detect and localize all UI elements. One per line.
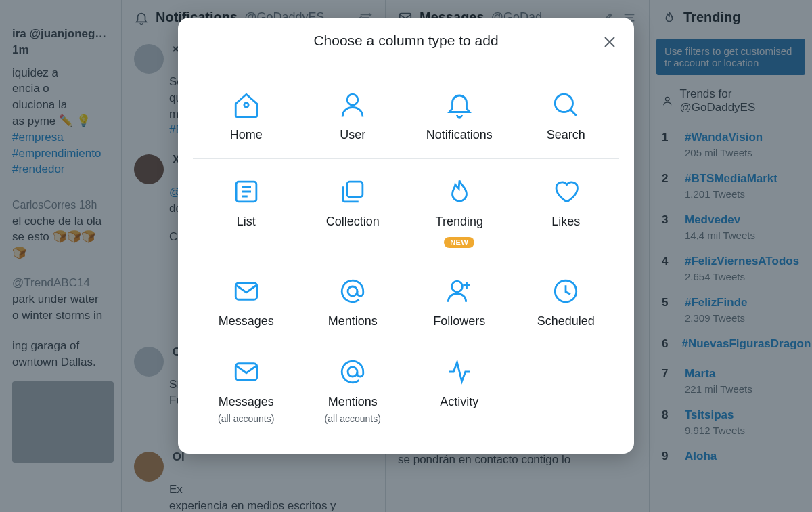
divider	[193, 158, 619, 159]
column-type-followers[interactable]: Followers	[406, 261, 513, 342]
svg-point-3	[347, 94, 358, 105]
column-type-notifications[interactable]: Notifications	[406, 75, 513, 156]
column-type-row: List Collection Trending NEW Likes	[193, 162, 619, 261]
close-icon	[602, 34, 618, 50]
column-type-messages-all[interactable]: Messages (all accounts)	[193, 342, 300, 438]
column-type-row: Home User Notifications Search	[193, 75, 619, 156]
column-type-label: Likes	[551, 215, 580, 229]
svg-rect-6	[347, 182, 363, 197]
column-type-user[interactable]: User	[300, 75, 407, 156]
svg-point-4	[556, 94, 573, 112]
modal-header: Choose a column type to add	[178, 18, 634, 64]
clock-icon	[547, 275, 585, 307]
column-type-list[interactable]: List	[193, 162, 300, 261]
column-type-messages[interactable]: Messages	[193, 261, 300, 342]
close-button[interactable]	[600, 33, 619, 51]
home-icon	[227, 89, 265, 121]
mail-icon	[227, 275, 265, 307]
column-type-label: Followers	[433, 314, 485, 328]
mail-icon	[227, 356, 265, 388]
svg-rect-11	[235, 364, 257, 381]
column-type-trending[interactable]: Trending NEW	[406, 162, 513, 261]
column-type-sublabel: (all accounts)	[218, 413, 274, 424]
at-icon	[334, 275, 371, 307]
user-icon	[334, 89, 371, 121]
column-type-row: Messages (all accounts) Mentions (all ac…	[193, 342, 619, 438]
column-type-label: Mentions	[328, 314, 378, 328]
heart-icon	[547, 175, 585, 208]
svg-point-2	[244, 103, 248, 107]
collection-icon	[334, 175, 371, 208]
bell-icon	[441, 89, 478, 121]
modal-title: Choose a column type to add	[194, 33, 618, 49]
add-column-modal: Choose a column type to add Home User	[178, 18, 634, 454]
column-type-home[interactable]: Home	[193, 75, 300, 156]
column-type-likes[interactable]: Likes	[513, 162, 620, 261]
column-type-label: Search	[547, 128, 585, 142]
column-type-label: Home	[230, 128, 263, 142]
follower-icon	[441, 275, 478, 307]
search-icon	[547, 89, 585, 121]
svg-point-8	[348, 286, 357, 296]
column-type-row: Messages Mentions Followers Scheduled	[193, 261, 619, 342]
svg-point-9	[451, 281, 462, 292]
column-type-label: Messages	[219, 314, 274, 328]
column-type-label: Trending	[436, 215, 483, 229]
column-type-sublabel: (all accounts)	[325, 413, 381, 424]
column-type-mentions-all[interactable]: Mentions (all accounts)	[300, 342, 407, 438]
flame-icon	[441, 175, 478, 208]
column-type-activity[interactable]: Activity	[406, 342, 513, 438]
svg-rect-7	[235, 283, 257, 300]
column-type-collection[interactable]: Collection	[300, 162, 407, 261]
column-type-label: Activity	[440, 395, 478, 409]
column-type-label: Notifications	[426, 128, 493, 142]
at-icon	[334, 356, 371, 388]
column-type-label: List	[237, 215, 256, 229]
column-type-label: Collection	[326, 215, 380, 229]
column-type-mentions[interactable]: Mentions	[300, 261, 407, 342]
column-type-search[interactable]: Search	[513, 75, 620, 156]
column-type-label: Mentions	[328, 395, 378, 409]
svg-point-12	[348, 367, 357, 377]
column-type-label: User	[340, 128, 365, 142]
activity-icon	[441, 356, 478, 388]
new-badge: NEW	[444, 237, 474, 248]
column-type-label: Scheduled	[537, 314, 595, 328]
column-type-label: Messages	[219, 395, 274, 409]
list-icon	[227, 175, 265, 208]
column-type-scheduled[interactable]: Scheduled	[513, 261, 620, 342]
